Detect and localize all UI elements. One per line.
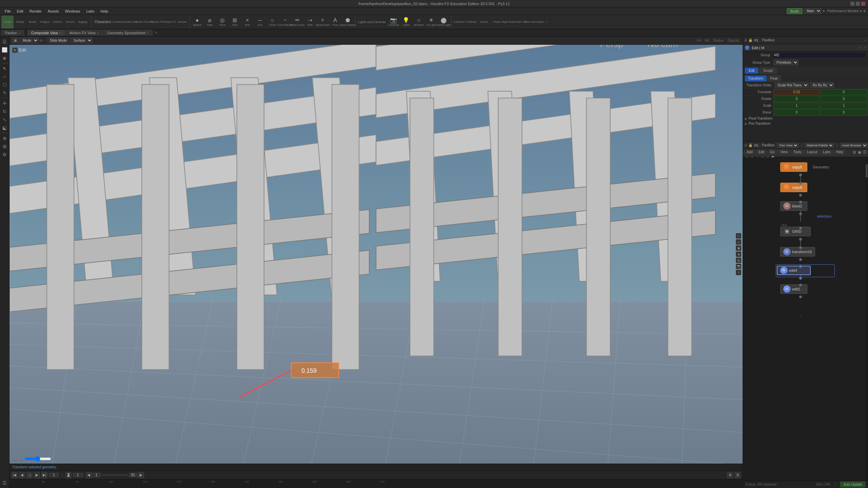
- net-view-select[interactable]: Tree View: [777, 143, 799, 148]
- transform-tab[interactable]: Transform: [745, 76, 766, 81]
- pivot-transform-row[interactable]: ▶ Pivot Transform: [743, 116, 868, 121]
- sidebar-mode-btn[interactable]: ⬜: [1, 46, 8, 54]
- sidebar-bottom-btn[interactable]: ☰: [1, 479, 8, 487]
- maximize-button[interactable]: [856, 2, 860, 6]
- net-tools-btn[interactable]: Tools: [791, 149, 804, 155]
- torus-btn[interactable]: ◎Torus: [216, 16, 228, 28]
- sphere-btn[interactable]: ●Sphere: [191, 16, 203, 28]
- tl-play[interactable]: ▶: [34, 472, 40, 478]
- tl-fps-input[interactable]: [73, 473, 83, 477]
- params-collapse-btn[interactable]: −: [865, 38, 867, 42]
- node-copy5[interactable]: copy5 Geometry: [780, 162, 829, 172]
- net-asset-select[interactable]: Asset Browser: [840, 143, 868, 148]
- params-help-icon[interactable]: ?: [864, 46, 866, 49]
- circle-btn[interactable]: ○Circle: [266, 16, 279, 28]
- light-btn[interactable]: 💡Lights: [400, 16, 412, 28]
- tl-range-start[interactable]: [93, 473, 101, 477]
- vp-mode-select[interactable]: Mode: [20, 38, 39, 43]
- rotation-order-select[interactable]: Rx Ry Rz: [810, 82, 834, 88]
- node-copy5-body[interactable]: copy5: [780, 162, 807, 172]
- tl-key-frame[interactable]: ⌛: [65, 472, 72, 478]
- tl-frame-input[interactable]: [49, 473, 59, 477]
- simple-fx-btn[interactable]: Simple FX: [163, 16, 176, 28]
- scale-x[interactable]: [773, 103, 820, 109]
- network-view[interactable]: copy5 Geometry copy6: [743, 157, 868, 481]
- sidebar-brush-btn[interactable]: ○: [1, 73, 8, 80]
- node-null-grid-body[interactable]: GRID: [780, 227, 811, 236]
- net-help-btn[interactable]: Help: [834, 149, 846, 155]
- tl-menu[interactable]: ☰: [734, 472, 741, 478]
- add-tab-button[interactable]: +: [153, 30, 159, 36]
- terrain-fx-btn[interactable]: Terrain FX: [151, 16, 163, 28]
- tl-play-start[interactable]: |◀: [12, 472, 18, 478]
- shear-y[interactable]: [821, 109, 867, 116]
- sidebar-select-mode[interactable]: ↖: [1, 65, 8, 72]
- more-btn[interactable]: +: [541, 16, 553, 28]
- pre-transform-row[interactable]: ▶ Pre-Transform: [743, 121, 868, 126]
- net-pin-icon[interactable]: ⊙: [744, 143, 747, 147]
- guide-process-btn[interactable]: Guide Process: [138, 16, 150, 28]
- vp-zoom-fit[interactable]: ⊡: [736, 233, 741, 239]
- params-expand-icon[interactable]: ⤢: [858, 46, 861, 49]
- gi-light-btn[interactable]: ☀GI Light: [425, 16, 437, 28]
- fluids-btn[interactable]: Fluids: [490, 16, 503, 28]
- vp-display[interactable]: ▨: [736, 258, 741, 263]
- particles-btn[interactable]: Particles: [465, 16, 478, 28]
- net-edit-btn[interactable]: Edit: [756, 149, 767, 155]
- node-edit1-body[interactable]: ✎ edit1: [780, 284, 807, 294]
- model-tab[interactable]: Model: [26, 16, 39, 28]
- translate-y[interactable]: [821, 89, 867, 95]
- tube-btn[interactable]: ⌀Tube: [204, 16, 216, 28]
- net-bc-obj[interactable]: obj: [754, 143, 758, 147]
- tab-pavilion[interactable]: Pavilion ×: [1, 30, 24, 36]
- transform-order-select[interactable]: Scale Rot Trans: [775, 82, 809, 88]
- tl-range-end[interactable]: [129, 473, 137, 477]
- tl-range-forward[interactable]: ▶: [138, 472, 144, 478]
- node-copy6-body[interactable]: copy6: [780, 183, 807, 192]
- collisions-btn[interactable]: Collisions: [453, 16, 465, 28]
- texture-tab[interactable]: Texture: [64, 16, 76, 28]
- sidebar-move-btn[interactable]: ✛: [1, 100, 8, 107]
- tab-composite-view[interactable]: Composite View ×: [27, 30, 65, 36]
- modify-tab[interactable]: Modify: [14, 16, 26, 28]
- close-button[interactable]: [861, 2, 865, 6]
- menu-windows[interactable]: Windows: [62, 8, 83, 14]
- sidebar-snap-btn[interactable]: ⊕: [1, 135, 8, 142]
- ambient-btn[interactable]: ○Ambient: [412, 16, 425, 28]
- group-type-select[interactable]: Primitives Points Edges: [773, 60, 799, 65]
- sidebar-transform-btn[interactable]: ⬕: [1, 124, 8, 131]
- geometry-spreadsheet-close[interactable]: ×: [147, 31, 149, 35]
- vp-slide-mode-btn[interactable]: Slide Mode: [47, 38, 69, 43]
- vp-smooth[interactable]: ◑: [736, 251, 741, 257]
- draw-curve-btn[interactable]: ✏Draw Curve: [291, 16, 304, 28]
- grid-btn[interactable]: ⊞Grid: [229, 16, 241, 28]
- menu-help[interactable]: Help: [98, 8, 111, 14]
- net-icon-2[interactable]: ◉: [858, 150, 861, 155]
- translate-x[interactable]: [773, 89, 820, 95]
- line-btn[interactable]: ─Line: [254, 16, 266, 28]
- tl-settings[interactable]: ⚙: [727, 472, 733, 478]
- deform-tab[interactable]: Deform: [52, 16, 64, 28]
- menu-file[interactable]: File: [2, 8, 14, 14]
- node-transform16-body[interactable]: ⟳ transform16: [780, 247, 815, 257]
- net-go-btn[interactable]: Go: [768, 149, 777, 155]
- composite-view-close[interactable]: ×: [59, 31, 61, 35]
- scale-y[interactable]: [821, 103, 867, 109]
- sidebar-view-btn[interactable]: ◈: [1, 54, 8, 62]
- net-lock-icon[interactable]: 🔒: [748, 143, 752, 147]
- net-icon-1[interactable]: ⊞: [853, 150, 856, 155]
- frame-scrubber[interactable]: [24, 456, 51, 462]
- grains-btn[interactable]: Grains: [478, 16, 490, 28]
- path-btn[interactable]: ⇢Path: [304, 16, 316, 28]
- node-edit4-body[interactable]: ✎ edit4: [777, 266, 811, 275]
- node-copy6[interactable]: copy6: [780, 183, 807, 192]
- viewport-3d[interactable]: 0.159 Persp No cam ✎ Edit ⊡ ◫ ◼ ◑ ▨ 📷: [9, 45, 743, 464]
- tab-motion-fx[interactable]: Motion FX View ×: [66, 30, 103, 36]
- build-button[interactable]: Build: [787, 8, 802, 14]
- menu-edit[interactable]: Edit: [14, 8, 26, 14]
- network-scrollbar[interactable]: [865, 157, 868, 481]
- menu-assets[interactable]: Assets: [45, 8, 62, 14]
- drive-simulation-btn[interactable]: Drive Simulation: [528, 16, 540, 28]
- performance-monitor[interactable]: Performance Monitor ▾: [827, 9, 862, 13]
- dome-light-btn[interactable]: ⬤Dome Light: [438, 16, 450, 28]
